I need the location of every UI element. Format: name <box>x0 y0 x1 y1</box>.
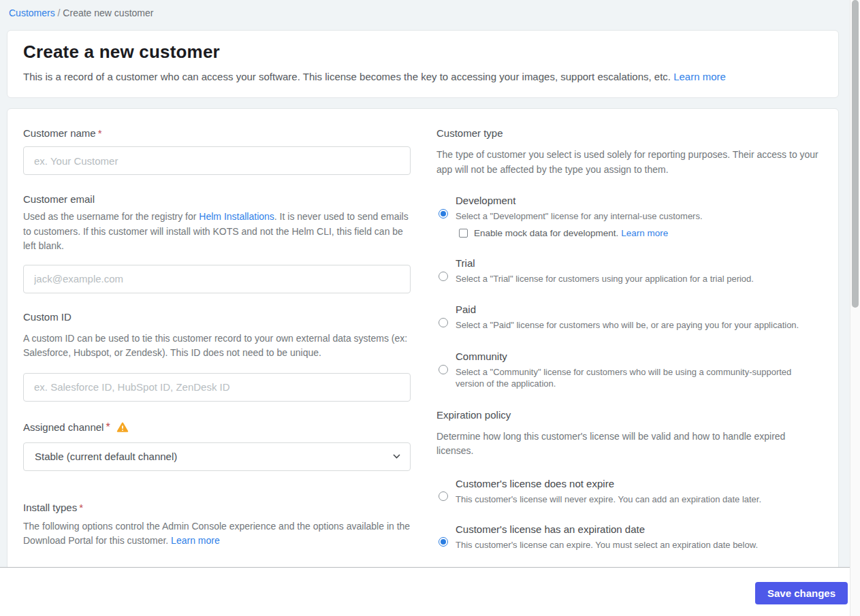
customer-type-option-title: Development <box>456 195 821 206</box>
assigned-channel-label: Assigned channel <box>23 421 103 433</box>
expiration-policy-description: Determine how long this customer's licen… <box>436 429 821 459</box>
radio-license-has-expiration-date[interactable] <box>439 537 448 547</box>
form-right-column: Customer type The type of customer you s… <box>436 127 821 598</box>
install-types-description: The following options control the Admin … <box>23 519 411 549</box>
radio-trial[interactable] <box>439 272 448 281</box>
radio-license-does-not-expire[interactable] <box>439 491 448 501</box>
customer-name-label-text: Customer name <box>23 127 96 139</box>
custom-id-field-group: Custom ID A custom ID can be used to tie… <box>23 311 411 402</box>
customer-type-option-description: Select a "Trial" license for customers u… <box>456 273 821 285</box>
customer-type-option-community: Community Select a "Community" license f… <box>436 351 821 390</box>
expiration-option-description: This customer's license will never expir… <box>456 493 821 506</box>
customer-type-option-title: Trial <box>456 257 821 269</box>
customer-type-option-title: Paid <box>456 304 821 315</box>
page-title: Create a new customer <box>23 42 823 63</box>
warning-icon <box>116 422 129 432</box>
radio-community[interactable] <box>439 365 448 374</box>
customer-type-option-description: Select a "Development" license for any i… <box>456 210 821 223</box>
mock-data-checkbox[interactable] <box>459 229 468 238</box>
radio-paid[interactable] <box>439 318 448 327</box>
breadcrumb-link-customers[interactable]: Customers <box>9 7 55 18</box>
header-card: Create a new customer This is a record o… <box>7 30 839 98</box>
required-asterisk: * <box>79 502 83 513</box>
required-asterisk: * <box>106 421 110 433</box>
assigned-channel-selected-value: Stable (current default channel) <box>35 451 177 462</box>
customer-type-option-description: Select a "Paid" license for customers wh… <box>456 319 821 331</box>
scrollbar[interactable] <box>850 0 860 616</box>
customer-name-input[interactable] <box>23 146 411 175</box>
header-learn-more-link[interactable]: Learn more <box>673 71 726 82</box>
customer-form-card: Customer name* Customer email Used as th… <box>7 108 839 616</box>
mock-data-checkbox-row: Enable mock data for development. Learn … <box>456 228 821 238</box>
scrollbar-thumb[interactable] <box>852 0 859 308</box>
customer-email-desc-before: Used as the username for the registry fo… <box>23 211 199 222</box>
mock-data-checkbox-label: Enable mock data for development. Learn … <box>474 228 668 238</box>
expiration-option-title: Customer's license does not expire <box>456 478 821 489</box>
form-left-column: Customer name* Customer email Used as th… <box>23 127 411 598</box>
install-types-label-text: Install types <box>23 502 77 513</box>
breadcrumb: Customers / Create new customer <box>0 0 860 18</box>
expiration-option-title: Customer's license has an expiration dat… <box>456 523 821 535</box>
custom-id-input[interactable] <box>23 373 411 402</box>
assigned-channel-label-row: Assigned channel* <box>23 421 411 434</box>
expiration-policy-heading: Expiration policy <box>436 409 821 421</box>
customer-email-label: Customer email <box>23 193 411 205</box>
radio-development[interactable] <box>439 209 448 218</box>
customer-type-option-description: Select a "Community" license for custome… <box>456 366 821 390</box>
breadcrumb-separator: / <box>55 7 63 18</box>
chevron-down-icon <box>393 454 400 459</box>
install-types-field-group: Install types* The following options con… <box>23 502 411 549</box>
helm-installations-link[interactable]: Helm Installations <box>199 211 274 222</box>
required-asterisk: * <box>98 127 102 139</box>
custom-id-label: Custom ID <box>23 311 411 323</box>
customer-type-heading: Customer type <box>436 127 821 139</box>
customer-type-description: The type of customer you select is used … <box>436 148 821 177</box>
save-changes-button[interactable]: Save changes <box>755 582 848 604</box>
customer-name-field-group: Customer name* <box>23 127 411 175</box>
page-description: This is a record of a customer who can a… <box>23 71 823 82</box>
customer-type-option-development: Development Select a "Development" licen… <box>436 195 821 238</box>
customer-type-option-trial: Trial Select a "Trial" license for custo… <box>436 257 821 285</box>
install-types-label: Install types* <box>23 502 411 513</box>
footer-bar: Save changes <box>0 567 860 616</box>
assigned-channel-select[interactable]: Stable (current default channel) <box>23 442 411 471</box>
mock-data-learn-more-link[interactable]: Learn more <box>621 228 668 238</box>
customer-email-description: Used as the username for the registry fo… <box>23 210 411 254</box>
customer-type-option-title: Community <box>456 351 821 362</box>
customer-type-option-paid: Paid Select a "Paid" license for custome… <box>436 304 821 331</box>
assigned-channel-field-group: Assigned channel* Stable (current defaul… <box>23 421 411 471</box>
expiration-option-description: This customer's license can expire. You … <box>456 539 821 551</box>
install-types-learn-more-link[interactable]: Learn more <box>171 535 220 546</box>
customer-email-input[interactable] <box>23 265 411 293</box>
expiration-option-has-expiration-date: Customer's license has an expiration dat… <box>436 523 821 551</box>
custom-id-description: A custom ID can be used to tie this cust… <box>23 331 411 361</box>
breadcrumb-current: Create new customer <box>63 7 153 18</box>
mock-data-label-text: Enable mock data for development. <box>474 228 621 238</box>
customer-name-label: Customer name* <box>23 127 411 139</box>
customer-email-field-group: Customer email Used as the username for … <box>23 193 411 293</box>
page-description-text: This is a record of a customer who can a… <box>23 71 673 82</box>
expiration-option-does-not-expire: Customer's license does not expire This … <box>436 478 821 506</box>
